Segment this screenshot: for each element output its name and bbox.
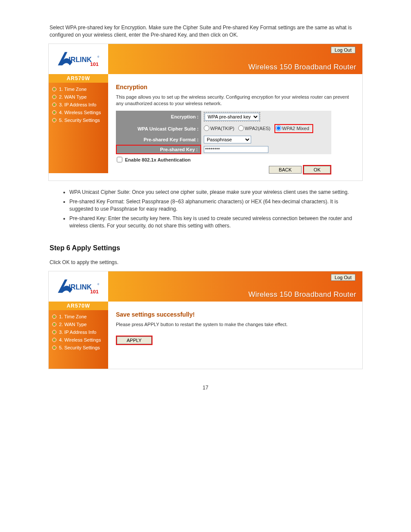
- sidebar-item-ipaddress[interactable]: 3. IP Address Info: [49, 101, 108, 109]
- sidebar: 1. Time Zone 2. WAN Type 3. IP Address I…: [49, 83, 108, 173]
- sidebar-item-label: 1. Time Zone: [59, 314, 87, 319]
- row-label-cipher: WPA Unicast Cipher Suite :: [116, 123, 201, 134]
- svg-text:®: ®: [97, 283, 100, 286]
- sidebar-item-label: 1. Time Zone: [59, 87, 87, 92]
- row-label-encryption: Encryption :: [116, 111, 201, 123]
- sidebar-item-wantype[interactable]: 2. WAN Type: [49, 320, 108, 328]
- airlink-logo: IRLINK 101 ®: [55, 277, 102, 296]
- sidebar-item-ipaddress[interactable]: 3. IP Address Info: [49, 328, 108, 336]
- svg-text:IRLINK: IRLINK: [68, 283, 92, 291]
- screenshot-encryption: IRLINK 101 ® Log Out Wireless 150 Broadb…: [48, 44, 363, 181]
- brand-title: Wireless 150 Broadband Router: [248, 63, 356, 72]
- svg-text:101: 101: [90, 289, 99, 294]
- sidebar-item-wireless[interactable]: 4. Wireless Settings: [49, 109, 108, 116]
- check-icon: [52, 322, 56, 327]
- check-icon: [52, 103, 56, 107]
- logout-button[interactable]: Log Out: [331, 274, 355, 281]
- sidebar-item-label: 3. IP Address Info: [59, 330, 97, 335]
- check-icon: [52, 330, 56, 334]
- sidebar-item-label: 2. WAN Type: [59, 94, 87, 100]
- format-select[interactable]: Passphrase: [204, 136, 251, 143]
- enable-8021x-label: Enable 802.1x Authentication: [125, 157, 190, 162]
- radio-label: WPA2 Mixed: [282, 126, 309, 131]
- preshared-key-input[interactable]: [204, 146, 268, 153]
- check-icon: [52, 87, 56, 91]
- check-icon: [52, 110, 56, 115]
- check-icon: [52, 118, 56, 122]
- page-title: Save settings successfully!: [116, 311, 355, 318]
- page-description: Please press APPLY button to restart the…: [116, 321, 355, 328]
- step6-text: Click OK to apply the settings.: [50, 259, 361, 266]
- ok-button[interactable]: OK: [304, 166, 330, 174]
- sidebar-item-label: 5. Security Settings: [59, 345, 100, 350]
- sidebar-item-wantype[interactable]: 2. WAN Type: [49, 93, 108, 101]
- svg-text:®: ®: [97, 56, 100, 58]
- config-table: Encryption : WPA pre-shared key WPA Unic…: [116, 111, 331, 154]
- sidebar: 1. Time Zone 2. WAN Type 3. IP Address I…: [49, 310, 108, 369]
- row-label-format: Pre-shared Key Format :: [116, 134, 201, 145]
- enable-8021x-checkbox[interactable]: [117, 157, 122, 162]
- radio-mixed[interactable]: [276, 125, 281, 131]
- svg-text:101: 101: [90, 61, 99, 67]
- page-number: 17: [0, 385, 411, 391]
- logout-button[interactable]: Log Out: [331, 47, 355, 53]
- apply-button[interactable]: APPLY: [117, 336, 152, 344]
- list-item: Pre-shared Key Format: Select Passphrase…: [69, 198, 361, 213]
- list-item: WPA Unicast Cipher Suite: Once you selec…: [69, 189, 361, 196]
- step6-title: Step 6 Apply Settings: [50, 244, 361, 252]
- brand-title: Wireless 150 Broadband Router: [248, 290, 356, 299]
- radio-tkip[interactable]: [204, 125, 209, 131]
- sidebar-item-label: 4. Wireless Settings: [59, 337, 101, 342]
- sidebar-item-timezone[interactable]: 1. Time Zone: [49, 85, 108, 93]
- intro-paragraph: Select WPA pre-shared key for Encryption…: [50, 24, 361, 39]
- screenshot-apply: IRLINK 101 ® Log Out Wireless 150 Broadb…: [48, 271, 363, 369]
- check-icon: [52, 345, 56, 350]
- page-title: Encryption: [116, 84, 355, 90]
- encryption-select[interactable]: WPA pre-shared key: [205, 113, 259, 121]
- sidebar-item-label: 3. IP Address Info: [59, 102, 97, 107]
- back-button[interactable]: BACK: [269, 166, 302, 174]
- sidebar-item-wireless[interactable]: 4. Wireless Settings: [49, 336, 108, 344]
- radio-label: WPA2(AES): [245, 126, 271, 131]
- list-item: Pre-shared Key: Enter the security key h…: [69, 215, 361, 230]
- row-label-key: Pre-shared Key :: [116, 145, 201, 154]
- check-icon: [52, 338, 56, 342]
- sidebar-item-label: 4. Wireless Settings: [59, 110, 101, 115]
- check-icon: [52, 314, 56, 319]
- model-label: AR570W: [49, 74, 108, 83]
- model-label: AR570W: [49, 302, 108, 310]
- sidebar-item-label: 2. WAN Type: [59, 322, 87, 327]
- sidebar-item-security[interactable]: 5. Security Settings: [49, 116, 108, 124]
- sidebar-item-label: 5. Security Settings: [59, 118, 100, 123]
- svg-text:IRLINK: IRLINK: [68, 56, 92, 63]
- page-description: This page allows you to set up the wirel…: [116, 94, 355, 107]
- radio-aes[interactable]: [238, 125, 244, 131]
- check-icon: [52, 95, 56, 99]
- radio-label: WPA(TKIP): [210, 126, 234, 131]
- notes-list: WPA Unicast Cipher Suite: Once you selec…: [50, 189, 361, 230]
- sidebar-item-security[interactable]: 5. Security Settings: [49, 344, 108, 352]
- sidebar-item-timezone[interactable]: 1. Time Zone: [49, 313, 108, 320]
- airlink-logo: IRLINK 101 ®: [55, 50, 102, 68]
